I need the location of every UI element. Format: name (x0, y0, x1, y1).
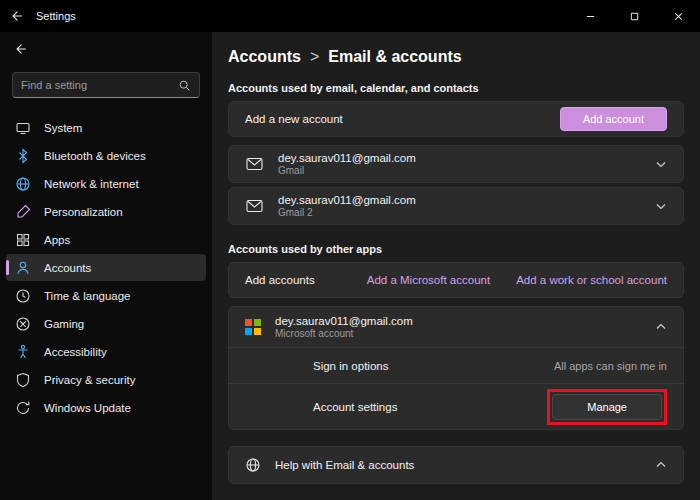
update-icon (15, 400, 31, 416)
red-highlight-annotation: Manage (547, 389, 667, 425)
mail-icon (245, 156, 264, 172)
minimize-icon (585, 11, 596, 22)
mail-icon (245, 198, 264, 214)
nav-back-button[interactable] (0, 34, 212, 64)
sidebar-item-accounts[interactable]: Accounts (6, 254, 206, 281)
search-icon (178, 79, 191, 92)
manage-button[interactable]: Manage (552, 394, 662, 420)
sidebar-item-accessibility[interactable]: Accessibility (6, 338, 206, 365)
sign-in-options-value: All apps can sign me in (554, 360, 667, 372)
help-globe-icon (245, 457, 261, 473)
sidebar-nav: System Bluetooth & devices Network & int… (0, 114, 212, 421)
sidebar-item-label: Gaming (44, 318, 84, 330)
chevron-down-icon[interactable] (655, 158, 667, 170)
sidebar-item-label: Personalization (44, 206, 123, 218)
maximize-icon (629, 11, 640, 22)
page-title: Email & accounts (328, 48, 461, 66)
add-new-account-label: Add a new account (245, 113, 343, 125)
section-heading-email-accounts: Accounts used by email, calendar, and co… (228, 82, 684, 94)
close-button[interactable] (656, 0, 700, 32)
titlebar: Settings (0, 0, 700, 32)
account-email: dey.saurav011@gmail.com (278, 151, 416, 165)
window-controls (568, 0, 700, 32)
back-arrow-icon (10, 9, 24, 23)
chevron-up-icon[interactable] (655, 321, 667, 333)
close-icon (673, 11, 684, 22)
breadcrumb-parent[interactable]: Accounts (228, 48, 301, 66)
sidebar-item-label: Accessibility (44, 346, 107, 358)
clock-icon (15, 288, 31, 304)
add-new-account-card: Add a new account Add account (228, 101, 684, 137)
sidebar-item-label: Accounts (44, 262, 91, 274)
shield-icon (15, 372, 31, 388)
help-card[interactable]: Help with Email & accounts (228, 446, 684, 484)
sidebar-item-time-language[interactable]: Time & language (6, 282, 206, 309)
minimize-button[interactable] (568, 0, 612, 32)
person-icon (15, 260, 31, 276)
add-work-school-account-link[interactable]: Add a work or school account (516, 274, 667, 286)
microsoft-logo-icon (245, 319, 261, 335)
add-microsoft-account-link[interactable]: Add a Microsoft account (367, 274, 490, 286)
sidebar-item-gaming[interactable]: Gaming (6, 310, 206, 337)
account-email: dey.saurav011@gmail.com (278, 193, 416, 207)
accessibility-icon (15, 344, 31, 360)
microsoft-account-header[interactable]: dey.saurav011@gmail.com Microsoft accoun… (229, 307, 683, 347)
sidebar-item-label: Privacy & security (44, 374, 135, 386)
account-settings-label: Account settings (313, 401, 397, 413)
account-provider: Gmail 2 (278, 207, 416, 219)
add-accounts-label: Add accounts (245, 274, 315, 286)
search-box[interactable] (12, 72, 200, 98)
account-provider: Gmail (278, 165, 416, 177)
add-account-button[interactable]: Add account (560, 107, 667, 131)
sidebar-item-label: Bluetooth & devices (44, 150, 146, 162)
sidebar-item-label: Network & internet (44, 178, 139, 190)
maximize-button[interactable] (612, 0, 656, 32)
account-type: Microsoft account (275, 328, 413, 340)
sidebar-item-label: Apps (44, 234, 70, 246)
add-accounts-card: Add accounts Add a Microsoft account Add… (228, 262, 684, 298)
apps-grid-icon (15, 232, 31, 248)
main-content: Accounts > Email & accounts Accounts use… (212, 32, 700, 500)
system-icon (15, 120, 31, 136)
bluetooth-icon (15, 148, 31, 164)
sidebar-item-system[interactable]: System (6, 114, 206, 141)
account-email: dey.saurav011@gmail.com (275, 314, 413, 328)
sign-in-options-label: Sign in options (313, 360, 388, 372)
account-settings-row: Account settings Manage (229, 383, 683, 429)
breadcrumb: Accounts > Email & accounts (228, 48, 684, 66)
sidebar-item-privacy-security[interactable]: Privacy & security (6, 366, 206, 393)
sign-in-options-row: Sign in options All apps can sign me in (229, 347, 683, 383)
sidebar-item-label: Windows Update (44, 402, 131, 414)
sidebar-item-personalization[interactable]: Personalization (6, 198, 206, 225)
sidebar-item-windows-update[interactable]: Windows Update (6, 394, 206, 421)
back-arrow-icon (14, 42, 28, 56)
section-heading-other-apps: Accounts used by other apps (228, 243, 684, 255)
chevron-up-icon[interactable] (655, 459, 667, 471)
sidebar-item-label: System (44, 122, 82, 134)
window-title: Settings (36, 10, 76, 22)
gmail-account-row[interactable]: dey.saurav011@gmail.com Gmail (228, 145, 684, 183)
search-input[interactable] (21, 79, 178, 91)
xbox-icon (15, 316, 31, 332)
gmail2-account-row[interactable]: dey.saurav011@gmail.com Gmail 2 (228, 187, 684, 225)
help-card-label: Help with Email & accounts (275, 459, 414, 471)
sidebar-item-apps[interactable]: Apps (6, 226, 206, 253)
globe-icon (15, 176, 31, 192)
sidebar-item-label: Time & language (44, 290, 131, 302)
sidebar: System Bluetooth & devices Network & int… (0, 32, 212, 500)
microsoft-account-expander: dey.saurav011@gmail.com Microsoft accoun… (228, 306, 684, 430)
brush-icon (15, 204, 31, 220)
breadcrumb-separator: > (310, 48, 319, 66)
sidebar-item-bluetooth-devices[interactable]: Bluetooth & devices (6, 142, 206, 169)
titlebar-back-button[interactable] (0, 0, 34, 32)
sidebar-item-network-internet[interactable]: Network & internet (6, 170, 206, 197)
chevron-down-icon[interactable] (655, 200, 667, 212)
